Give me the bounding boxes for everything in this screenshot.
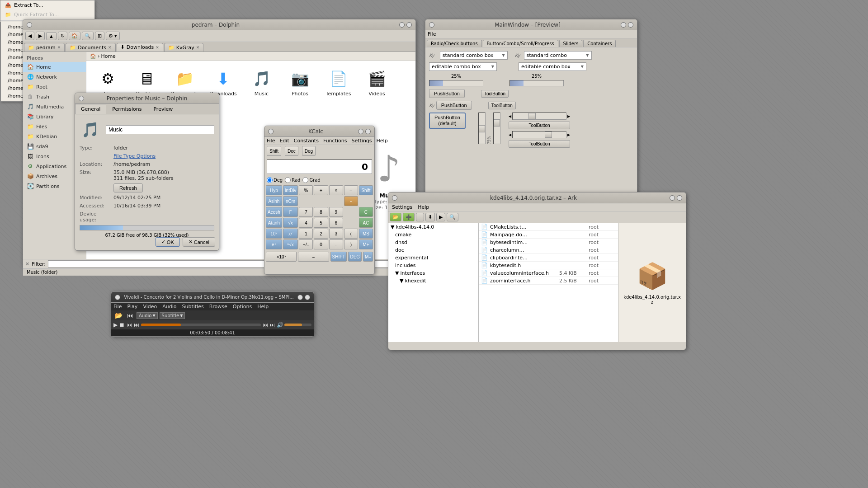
kcalc-menu-constants[interactable]: Constants [294,138,319,144]
sqrt-btn[interactable]: √x [283,218,298,228]
seek-bar[interactable] [141,324,261,326]
slider-left-arrow-2[interactable]: ◀ [509,133,511,137]
deg-mode-btn[interactable]: Deg [302,146,316,156]
next-track-btn[interactable]: ⏭ [269,322,275,328]
ark-btn-3[interactable]: – [416,213,424,221]
editable-combo-2[interactable]: editable combo box ▼ [519,62,586,71]
ark-file-zoom[interactable]: 📄 zoominterface.h 2.5 KiB root [479,277,618,285]
ok-button[interactable]: ✓ OK [156,237,180,247]
standard-combo-2[interactable]: standard combo ▼ [524,51,592,60]
dolphin-maximize-btn[interactable] [406,22,412,28]
mw-tab-button[interactable]: Button/Combo/Scroll/Progress [483,40,558,47]
prop-name-input[interactable] [106,125,214,134]
ark-maximize-btn[interactable] [677,195,682,201]
player-menu-play[interactable]: Play [127,304,137,310]
grad-radio-label[interactable]: Grad [302,177,320,183]
mplus-btn[interactable]: M+ [359,239,373,249]
tab-documents[interactable]: 📁 Documents ✕ [66,43,115,52]
prev-track-btn[interactable]: ⏮ [263,322,268,328]
home-button[interactable]: 🏠 [69,32,80,40]
ark-file-mainpage[interactable]: 📄 Mainpage.do… root [479,231,618,239]
ark-file-charcolumn[interactable]: 📄 charcolumn… root [479,246,618,254]
tree-includes[interactable]: includes [388,262,478,269]
standard-combo-1[interactable]: standard combo box ▼ [440,51,508,60]
mw-tab-sliders[interactable]: Sliders [559,40,583,47]
intdiv-btn[interactable]: IntDiv [283,185,298,195]
sidebar-item-home[interactable]: 🏠 Home [23,62,86,72]
mainwindow-maximize-btn[interactable] [628,22,633,28]
tab-documents-close[interactable]: ✕ [108,45,112,50]
kcalc-maximize-btn[interactable] [365,129,371,134]
mainwindow-minimize-btn[interactable] [621,22,626,28]
gamma-btn[interactable]: Γ [283,207,298,217]
sub-btn[interactable]: – [344,185,358,195]
tab-pedram[interactable]: 📁 pedram ✕ [24,43,65,52]
hslider-1[interactable] [512,113,566,120]
refresh-button[interactable]: ↻ [58,32,67,40]
audio-select[interactable]: Audio ▼ [137,312,158,319]
up-button[interactable]: ▲ [46,32,57,40]
dolphin-close-btn[interactable] [27,22,32,28]
equals-btn[interactable]: = [298,252,329,262]
btn6[interactable]: 6 [329,218,343,228]
btn0[interactable]: 0 [314,239,328,249]
shift-btn[interactable]: Shift [359,185,373,195]
tree-interfaces[interactable]: ▼ interfaces [388,269,478,277]
tree-dnsd[interactable]: dnsd [388,239,478,246]
tree-experimental[interactable]: experimental [388,254,478,262]
settings-button[interactable]: ⚙ ▾ [106,32,120,40]
mw-tab-containers[interactable]: Containers [583,40,616,47]
player-minimize-btn[interactable] [297,295,303,300]
close-paren-btn[interactable]: ) [344,239,358,249]
player-next-btn[interactable]: ⏭ [134,322,139,328]
volume-bar[interactable] [284,324,311,326]
asinh-btn[interactable]: Asinh [266,196,282,206]
ark-file-kbytesedit[interactable]: 📄 kbytesedit.h root [479,262,618,269]
grad-radio[interactable] [302,177,308,183]
kcalc-close-btn[interactable] [268,129,274,134]
btn3[interactable]: 3 [329,229,343,239]
btn1[interactable]: 1 [299,229,313,239]
add-btn[interactable]: + [344,196,358,206]
ark-btn-5[interactable]: ▶ [436,213,445,221]
tab-general[interactable]: General [75,104,106,114]
tab-preview[interactable]: Preview [147,104,179,114]
player-prev2-btn[interactable]: ⏮ [127,322,132,328]
ms-btn[interactable]: MS [359,229,373,239]
player-menu-options[interactable]: Options [233,304,252,310]
ex-btn[interactable]: eˣ [266,239,282,249]
kcalc-menu-edit[interactable]: Edit [279,138,289,144]
tab-downloads[interactable]: ⬇ Downloads ✕ [117,43,163,52]
ark-menu-help[interactable]: Help [418,204,429,210]
breadcrumb-home[interactable]: 🏠 [90,53,96,59]
player-menu-browse[interactable]: Browse [209,304,227,310]
shift-mode-btn[interactable]: Shift [267,146,281,156]
kcalc-menu-file[interactable]: File [267,138,275,144]
search-button[interactable]: 🔍 [82,32,94,40]
forward-button[interactable]: ▶ [36,32,45,40]
x10x-btn[interactable]: ×10ˣ [266,252,297,262]
ark-minimize-btn[interactable] [670,195,675,201]
tab-kvgray[interactable]: 📁 KvGray ✕ [164,43,204,52]
kcalc-menu-functions[interactable]: Functions [323,138,347,144]
ac-btn[interactable]: AC [359,218,373,228]
back-button[interactable]: ◀ [25,32,34,40]
slider-left-arrow[interactable]: ◀ [509,114,511,118]
tab-downloads-close[interactable]: ✕ [156,45,159,50]
sidebar-item-network[interactable]: 🌐 Network [23,72,86,82]
play-btn[interactable]: ▶ [113,322,118,328]
btn8[interactable]: 8 [314,207,328,217]
tree-khexedit[interactable]: ▼ khexedit [388,277,478,285]
properties-close-btn[interactable] [79,96,84,101]
ark-btn-4[interactable]: ⬇ [425,213,435,221]
mw-menu-file[interactable]: File [428,31,436,37]
filter-close-btn[interactable]: ✕ [25,261,29,267]
slider-right-arrow-2[interactable]: ▶ [567,133,570,137]
tool-btn-4[interactable]: ToolButton [509,140,570,148]
dot-btn[interactable]: . [329,239,343,249]
vslider-1[interactable] [478,113,486,144]
file-type-options-link[interactable]: File Type Options [113,153,156,159]
tree-doc[interactable]: doc [388,246,478,254]
mul-btn[interactable]: × [329,185,343,195]
refresh-button[interactable]: Refresh [113,183,143,192]
